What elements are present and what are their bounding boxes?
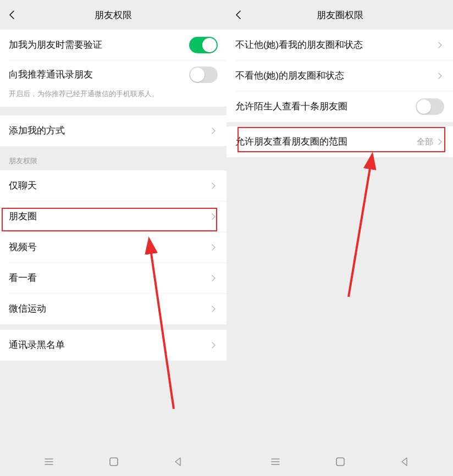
nav-recent-icon[interactable]	[269, 456, 281, 470]
toggle-recommend-contacts[interactable]	[189, 67, 218, 83]
row-label: 加我为朋友时需要验证	[9, 39, 102, 51]
chevron-right-icon	[210, 274, 218, 282]
row-label: 向我推荐通讯录朋友	[9, 69, 93, 81]
toggle-strangers[interactable]	[416, 98, 444, 115]
row-label: 朋友圈	[9, 211, 37, 223]
row-label: 允许朋友查看朋友圈的范围	[235, 136, 347, 148]
nav-home-icon[interactable]	[335, 456, 346, 469]
row-value: 全部	[417, 137, 433, 147]
back-button[interactable]	[7, 9, 18, 20]
row-label: 视频号	[9, 241, 37, 253]
chevron-right-icon	[437, 41, 444, 49]
header: 朋友圈权限	[226, 0, 453, 30]
row-moments[interactable]: 朋友圈	[0, 201, 226, 232]
nav-back-icon[interactable]	[399, 456, 410, 469]
row-chat-only[interactable]: 仅聊天	[0, 170, 226, 201]
system-navbar	[0, 450, 226, 476]
right-screen: 朋友圈权限 不让他(她)看我的朋友圈和状态 不看他(她)的朋友圈和状态 允许陌生…	[226, 0, 453, 476]
chevron-right-icon	[210, 213, 218, 220]
row-recommend-contacts[interactable]: 向我推荐通讯录朋友	[0, 60, 226, 89]
row-kanyikan[interactable]: 看一看	[0, 263, 226, 294]
chevron-right-icon	[210, 341, 218, 349]
svg-rect-0	[110, 458, 118, 466]
svg-rect-2	[336, 458, 344, 466]
chevron-right-icon	[437, 138, 444, 146]
row-label: 微信运动	[9, 303, 46, 315]
system-navbar	[226, 450, 453, 476]
row-werun[interactable]: 微信运动	[0, 294, 226, 324]
row-hide-their-moments[interactable]: 不看他(她)的朋友圈和状态	[226, 60, 453, 91]
nav-recent-icon[interactable]	[43, 456, 55, 470]
back-button[interactable]	[233, 9, 244, 20]
row-label: 通讯录黑名单	[9, 339, 65, 351]
chevron-right-icon	[210, 127, 218, 135]
page-title: 朋友圈权限	[317, 9, 363, 21]
row-label: 允许陌生人查看十条朋友圈	[235, 101, 347, 113]
chevron-right-icon	[210, 243, 218, 251]
row-label: 不让他(她)看我的朋友圈和状态	[235, 39, 363, 51]
chevron-right-icon	[210, 305, 218, 313]
row-label: 不看他(她)的朋友圈和状态	[235, 70, 344, 82]
header: 朋友权限	[0, 0, 226, 30]
nav-back-icon[interactable]	[173, 456, 184, 469]
chevron-right-icon	[437, 72, 444, 80]
toggle-verify-friend[interactable]	[189, 37, 218, 53]
row-hide-my-moments[interactable]: 不让他(她)看我的朋友圈和状态	[226, 30, 453, 60]
page-title: 朋友权限	[95, 9, 132, 21]
row-visible-range[interactable]: 允许朋友查看朋友圈的范围 全部	[226, 126, 453, 157]
back-icon	[233, 9, 244, 20]
row-blacklist[interactable]: 通讯录黑名单	[0, 330, 226, 361]
row-label: 仅聊天	[9, 180, 37, 192]
row-strangers-ten[interactable]: 允许陌生人查看十条朋友圈	[226, 91, 453, 122]
back-icon	[7, 9, 18, 20]
row-add-method[interactable]: 添加我的方式	[0, 115, 226, 146]
chevron-right-icon	[210, 182, 218, 190]
recommend-desc: 开启后，为你推荐已经开通微信的手机联系人。	[0, 89, 226, 107]
group-title-friend-perm: 朋友权限	[0, 146, 226, 170]
left-screen: 朋友权限 加我为朋友时需要验证 向我推荐通讯录朋友 开启后，为你推荐已经开通微信…	[0, 0, 226, 476]
nav-home-icon[interactable]	[108, 456, 119, 469]
row-channels[interactable]: 视频号	[0, 232, 226, 263]
row-label: 添加我的方式	[9, 125, 65, 137]
row-verify-friend[interactable]: 加我为朋友时需要验证	[0, 30, 226, 60]
row-label: 看一看	[9, 272, 37, 284]
